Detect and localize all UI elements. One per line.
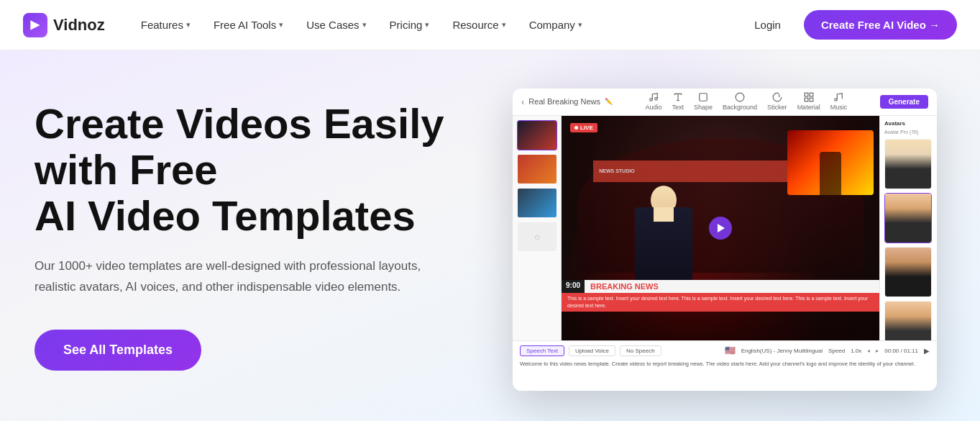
audio-speed-value: 1.0x <box>851 348 861 354</box>
editor-title: Real Breaking News <box>528 97 600 106</box>
thumbnail-4[interactable]: ○ <box>517 222 557 252</box>
thumbnail-2[interactable] <box>517 154 557 184</box>
play-button[interactable] <box>709 217 732 240</box>
editor-bottom: Speech Text Upload Voice No Speech 🇺🇸 En… <box>513 340 937 391</box>
see-all-templates-button[interactable]: See All Templates <box>35 330 201 371</box>
sticker-tool[interactable]: Sticker <box>767 92 787 111</box>
increase-speed-icon[interactable]: ▸ <box>876 348 879 354</box>
audio-tool[interactable]: Audio <box>645 92 661 111</box>
play-icon <box>718 224 725 232</box>
editor-top-bar: ‹ Real Breaking News ✏️ Audio Text <box>513 89 937 116</box>
svg-point-8 <box>835 99 838 101</box>
nav-items: Features ▾ Free AI Tools ▾ Use Cases ▾ P… <box>131 13 743 37</box>
nav-company[interactable]: Company ▾ <box>519 13 592 37</box>
back-icon[interactable]: ‹ <box>521 96 524 107</box>
logo-text: Vidnoz <box>53 16 105 35</box>
audio-text[interactable]: Welcome to this video news template. Cre… <box>520 361 930 368</box>
audio-play-icon[interactable]: ▶ <box>924 347 930 355</box>
editor-canvas: LIVE NEWS STUDIO <box>562 116 879 340</box>
firefighter-silhouette <box>820 152 841 195</box>
audio-tabs: Speech Text Upload Voice No Speech 🇺🇸 En… <box>520 345 930 356</box>
logo[interactable]: Vidnoz <box>23 13 105 37</box>
editor-body: ○ LIVE <box>513 116 937 340</box>
fire-inset <box>787 130 874 195</box>
breaking-title: BREAKING NEWS <box>585 280 879 293</box>
chevron-down-icon: ▾ <box>186 20 191 30</box>
create-video-button[interactable]: Create Free AI Video → <box>804 10 957 40</box>
nav-use-cases[interactable]: Use Cases ▾ <box>296 13 376 37</box>
nav-free-ai-tools[interactable]: Free AI Tools ▾ <box>203 13 293 37</box>
generate-button[interactable]: Generate <box>880 95 928 109</box>
hero-section: Create Videos Easily with Free AI Video … <box>0 50 980 421</box>
nav-resource[interactable]: Resource ▾ <box>442 13 516 37</box>
avatar-card-1[interactable] <box>884 139 932 189</box>
breaking-description: This is a sample text. Insert your desir… <box>562 293 879 312</box>
avatars-panel-title: Avatars <box>884 120 933 127</box>
chevron-down-icon: ▾ <box>502 20 506 30</box>
avatar-image-1 <box>885 140 931 189</box>
avatar-image-2 <box>885 194 931 243</box>
svg-rect-2 <box>700 94 707 101</box>
svg-point-0 <box>650 99 653 101</box>
chevron-down-icon: ▾ <box>362 20 367 30</box>
svg-rect-5 <box>810 93 813 96</box>
logo-icon <box>23 13 47 37</box>
editor-mockup: ‹ Real Breaking News ✏️ Audio Text <box>513 89 937 391</box>
svg-point-1 <box>655 98 658 101</box>
background-tool[interactable]: Background <box>723 92 757 111</box>
login-button[interactable]: Login <box>743 13 792 37</box>
editor-title-row: ‹ Real Breaking News ✏️ <box>521 96 613 107</box>
hero-right: ‹ Real Breaking News ✏️ Audio Text <box>509 81 937 391</box>
avatar-card-3[interactable] <box>884 247 932 297</box>
editor-icons-row: Audio Text Shape Background <box>645 92 847 111</box>
thumbnail-1[interactable] <box>517 120 557 150</box>
avatar-card-2[interactable] <box>884 193 932 243</box>
speech-text-tab[interactable]: Speech Text <box>520 345 564 356</box>
thumbnail-3[interactable] <box>517 188 557 218</box>
flag-icon: 🇺🇸 <box>725 345 736 356</box>
avatar-neck <box>654 207 674 222</box>
chevron-down-icon: ▾ <box>425 20 429 30</box>
live-badge: LIVE <box>570 123 597 132</box>
breaking-news-bar: 9:00 BREAKING NEWS This is a sample text… <box>562 280 879 312</box>
chevron-down-icon: ▾ <box>578 20 582 30</box>
svg-point-3 <box>736 93 744 101</box>
breaking-time: 9:00 <box>562 280 585 293</box>
avatars-panel: Avatars Avatar Pro (76) <box>879 116 937 340</box>
nav-features[interactable]: Features ▾ <box>131 13 201 37</box>
thumbnail-strip: ○ <box>513 116 562 340</box>
nav-right: Login Create Free AI Video → <box>743 10 957 40</box>
avatar-image-3 <box>885 248 931 296</box>
canvas-video: LIVE NEWS STUDIO <box>562 116 879 340</box>
audio-speed-label: Speed <box>828 348 845 354</box>
music-tool[interactable]: Music <box>830 92 848 111</box>
hero-title: Create Videos Easily with Free AI Video … <box>35 101 509 238</box>
audio-lang: English(US) - Jenny Multilingual <box>741 348 823 354</box>
material-tool[interactable]: Material <box>797 92 820 111</box>
plus-icon: ○ <box>534 231 540 243</box>
text-tool[interactable]: Text <box>672 92 684 111</box>
no-speech-tab[interactable]: No Speech <box>620 345 661 356</box>
navbar: Vidnoz Features ▾ Free AI Tools ▾ Use Ca… <box>0 0 980 50</box>
edit-icon: ✏️ <box>605 98 613 105</box>
svg-rect-7 <box>810 98 813 101</box>
decrease-speed-icon[interactable]: ◂ <box>867 348 870 354</box>
upload-voice-tab[interactable]: Upload Voice <box>569 345 615 356</box>
audio-controls-right: 🇺🇸 English(US) - Jenny Multilingual Spee… <box>725 345 930 356</box>
avatar-card-4[interactable] <box>884 301 932 340</box>
svg-rect-6 <box>805 98 808 101</box>
shape-tool[interactable]: Shape <box>694 92 713 111</box>
avatar-count: Avatar Pro (76) <box>884 130 933 135</box>
audio-time: 00:00 / 01:11 <box>884 348 918 354</box>
hero-left: Create Videos Easily with Free AI Video … <box>35 101 509 370</box>
svg-rect-4 <box>805 93 808 96</box>
hero-description: Our 1000+ video templates are well-desig… <box>35 256 452 298</box>
nav-pricing[interactable]: Pricing ▾ <box>380 13 440 37</box>
avatar-image-4 <box>885 302 931 340</box>
live-indicator <box>574 126 578 130</box>
chevron-down-icon: ▾ <box>279 20 283 30</box>
